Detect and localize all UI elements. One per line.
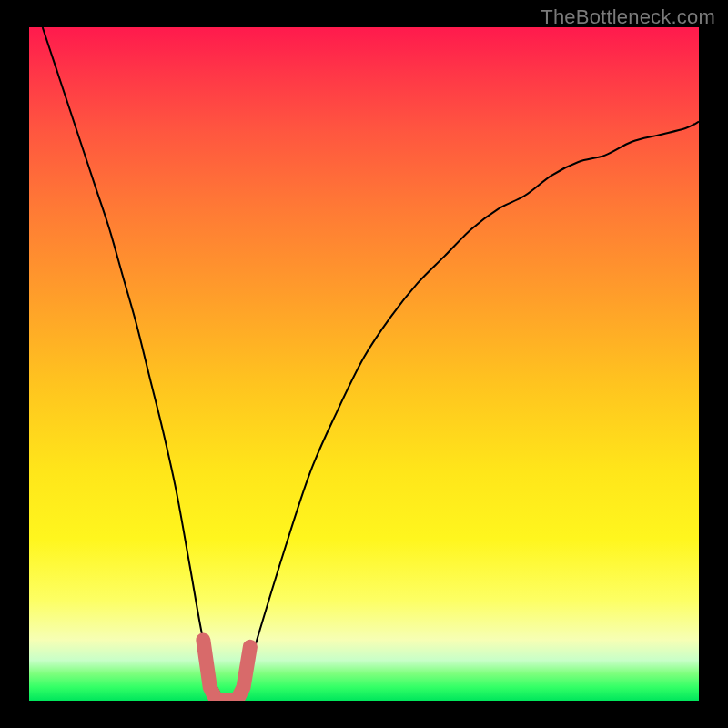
optimal-range-marker (203, 640, 250, 701)
bottleneck-chart-svg (29, 27, 699, 701)
bottleneck-curve (43, 27, 699, 701)
watermark-text: TheBottleneck.com (541, 5, 715, 29)
chart-plot-area (29, 27, 699, 701)
